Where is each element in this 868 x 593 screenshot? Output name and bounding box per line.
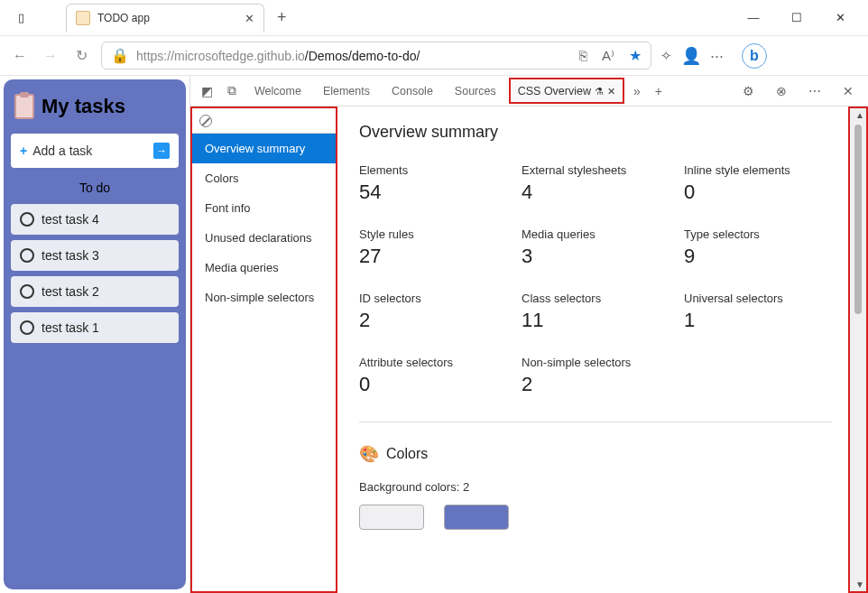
task-radio[interactable] xyxy=(20,248,34,263)
sidebar-item-non-simple-selectors[interactable]: Non-simple selectors xyxy=(192,283,336,312)
add-tab-icon[interactable]: + xyxy=(650,84,668,98)
more-menu-icon[interactable]: ⋯ xyxy=(710,48,724,64)
app-title: My tasks xyxy=(42,95,125,118)
tab-elements[interactable]: Elements xyxy=(314,78,379,104)
refresh-button[interactable]: ↻ xyxy=(70,47,92,64)
task-label: test task 2 xyxy=(42,284,99,299)
color-swatches xyxy=(359,505,832,530)
stat-universal-selectors: Universal selectors1 xyxy=(684,292,832,332)
color-swatch[interactable] xyxy=(359,505,424,530)
add-task-input[interactable]: + Add a task → xyxy=(11,134,179,168)
stat-media-queries: Media queries3 xyxy=(522,227,669,268)
tab-strip: TODO app ✕ + xyxy=(66,4,292,32)
task-label: test task 3 xyxy=(42,248,99,263)
stat-inline-style-elements: Inline style elements0 xyxy=(684,163,832,204)
task-item[interactable]: test task 1 xyxy=(11,312,179,343)
url-input[interactable]: 🔒 https://microsoftedge.github.io/Demos/… xyxy=(101,42,651,69)
scroll-thumb[interactable] xyxy=(854,125,862,314)
sidebar-item-overview-summary[interactable]: Overview summary xyxy=(192,134,336,163)
read-aloud-icon[interactable]: A⁾ xyxy=(602,48,614,64)
scroll-down-icon[interactable]: ▼ xyxy=(855,579,864,589)
issues-icon[interactable]: ⊗ xyxy=(771,84,792,98)
plus-icon: + xyxy=(20,144,27,158)
tab-sources[interactable]: Sources xyxy=(446,78,505,104)
sidebar-item-colors[interactable]: Colors xyxy=(192,163,336,193)
stat-id-selectors: ID selectors2 xyxy=(359,292,507,332)
css-overview-content: Overview summary Elements54 External sty… xyxy=(337,107,868,593)
palette-icon: 🎨 xyxy=(359,444,379,464)
clipboard-icon xyxy=(14,94,34,119)
more-menu-icon[interactable]: ⋯ xyxy=(803,84,826,98)
minimize-button[interactable]: — xyxy=(740,11,767,24)
add-task-label: Add a task xyxy=(32,144,92,158)
task-radio[interactable] xyxy=(20,212,34,227)
profile-icon[interactable]: 👤 xyxy=(681,46,701,66)
sidebar-item-unused-declarations[interactable]: Unused declarations xyxy=(192,223,336,253)
url-text: https://microsoftedge.github.io/Demos/de… xyxy=(136,49,420,63)
settings-gear-icon[interactable]: ⚙ xyxy=(737,84,760,98)
window-controls: — ☐ ✕ xyxy=(740,11,861,24)
clear-icon[interactable] xyxy=(199,115,212,127)
colors-heading: 🎨 Colors xyxy=(359,444,832,464)
tab-welcome[interactable]: Welcome xyxy=(245,78,310,104)
task-label: test task 4 xyxy=(42,212,99,227)
section-header: To do xyxy=(11,168,179,204)
task-label: test task 1 xyxy=(42,320,99,335)
task-radio[interactable] xyxy=(20,320,34,335)
more-tabs-icon[interactable]: » xyxy=(628,84,646,98)
stat-type-selectors: Type selectors9 xyxy=(684,227,832,268)
tab-console[interactable]: Console xyxy=(383,78,442,104)
close-window-button[interactable]: ✕ xyxy=(826,11,854,24)
tab-actions-icon[interactable]: ▯ xyxy=(7,11,34,24)
tab-title: TODO app xyxy=(97,12,245,24)
bing-chat-icon[interactable]: b xyxy=(742,43,767,69)
favorite-star-icon[interactable]: ★ xyxy=(629,47,642,64)
devtools-panel: ◩ ⧉ Welcome Elements Console Sources CSS… xyxy=(189,76,868,593)
task-radio[interactable] xyxy=(20,284,34,299)
divider xyxy=(359,422,832,422)
device-toggle-icon[interactable]: ⧉ xyxy=(222,83,242,98)
scroll-up-icon[interactable]: ▲ xyxy=(855,110,864,120)
scrollbar[interactable]: ▲ ▼ xyxy=(848,107,868,593)
stat-attribute-selectors: Attribute selectors0 xyxy=(359,356,507,396)
stat-external-stylesheets: External stylesheets4 xyxy=(522,163,669,204)
stat-non-simple-selectors: Non-simple selectors2 xyxy=(522,356,669,396)
task-item[interactable]: test task 2 xyxy=(11,276,179,307)
inspect-icon[interactable]: ◩ xyxy=(196,84,218,98)
task-item[interactable]: test task 3 xyxy=(11,240,179,271)
task-list: test task 4 test task 3 test task 2 test… xyxy=(11,204,179,343)
color-swatch[interactable] xyxy=(444,505,509,530)
stat-style-rules: Style rules27 xyxy=(359,227,507,268)
overview-heading: Overview summary xyxy=(359,123,832,142)
browser-tab[interactable]: TODO app ✕ xyxy=(66,4,264,32)
back-button[interactable]: ← xyxy=(9,48,31,64)
css-overview-sidebar: Overview summary Colors Font info Unused… xyxy=(190,107,337,593)
address-bar: ← → ↻ 🔒 https://microsoftedge.github.io/… xyxy=(0,36,868,76)
sidebar-item-font-info[interactable]: Font info xyxy=(192,193,336,223)
close-devtools-icon[interactable]: ✕ xyxy=(837,84,859,98)
submit-task-button[interactable]: → xyxy=(153,143,170,159)
beaker-icon: ⚗ xyxy=(595,86,604,97)
close-tab-icon[interactable]: ✕ xyxy=(607,86,615,97)
task-item[interactable]: test task 4 xyxy=(11,204,179,235)
stat-elements: Elements54 xyxy=(359,163,507,204)
sidebar-item-media-queries[interactable]: Media queries xyxy=(192,253,336,283)
favicon-icon xyxy=(76,11,90,25)
todo-app-panel: My tasks + Add a task → To do test task … xyxy=(4,79,186,589)
shopping-icon[interactable]: ⎘ xyxy=(579,48,587,63)
new-tab-button[interactable]: + xyxy=(272,8,292,27)
sidebar-toolbar xyxy=(192,108,336,134)
app-header: My tasks xyxy=(11,88,179,134)
tab-css-overview[interactable]: CSS Overview ⚗ ✕ xyxy=(509,78,624,104)
stats-grid: Elements54 External stylesheets4 Inline … xyxy=(359,163,832,396)
colors-subheading: Background colors: 2 xyxy=(359,480,832,494)
site-lock-icon[interactable]: 🔒 xyxy=(111,47,129,64)
favorites-hub-icon[interactable]: ✧ xyxy=(660,48,672,64)
maximize-button[interactable]: ☐ xyxy=(783,11,810,24)
close-tab-icon[interactable]: ✕ xyxy=(245,12,254,25)
browser-titlebar: ▯ TODO app ✕ + — ☐ ✕ xyxy=(0,0,868,36)
devtools-tabs: ◩ ⧉ Welcome Elements Console Sources CSS… xyxy=(190,76,868,107)
forward-button: → xyxy=(40,48,61,64)
stat-class-selectors: Class selectors11 xyxy=(522,292,669,332)
